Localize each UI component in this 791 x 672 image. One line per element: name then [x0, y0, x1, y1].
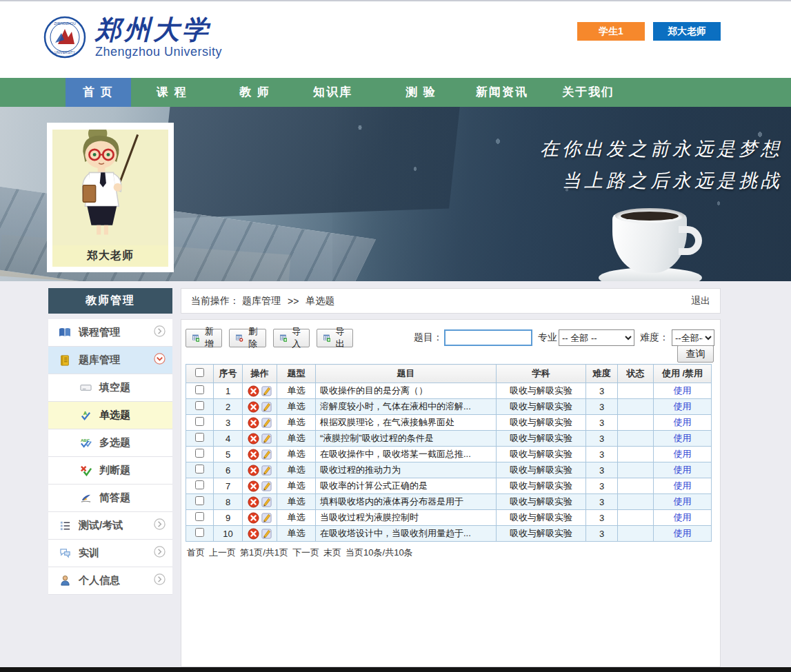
judge-icon	[79, 465, 92, 477]
slogan-line-2: 当上路之后永远是挑战	[540, 165, 783, 196]
cell-subject: 吸收与解吸实验	[497, 478, 586, 494]
nav-item-courses[interactable]: 课 程	[139, 78, 205, 107]
breadcrumb-prefix: 当前操作：	[191, 295, 239, 307]
col-header-status: 状态	[618, 365, 654, 383]
row-checkbox[interactable]	[195, 512, 204, 521]
difficulty-filter-select[interactable]: --全部--	[672, 329, 714, 346]
breadcrumb-separator: >>	[288, 296, 299, 307]
pager-last[interactable]: 末页	[323, 547, 341, 559]
row-checkbox[interactable]	[195, 528, 204, 537]
sidebar-item-fill-blank[interactable]: 填空题	[48, 374, 172, 402]
row-checkbox[interactable]	[195, 496, 204, 505]
sidebar-item-true-false[interactable]: 判断题	[48, 457, 172, 485]
edit-row-icon[interactable]	[261, 449, 272, 460]
delete-row-icon[interactable]	[248, 512, 259, 524]
main-nav: 首 页 课 程 教 师 知识库 测 验 新闻资讯 关于我们	[0, 78, 791, 107]
page: ZHENGZHOU UNIVERSITY 郑州大学 Zhengzhou Univ…	[0, 0, 791, 672]
row-checkbox[interactable]	[195, 401, 204, 410]
sidebar-item-practical-training[interactable]: 实训	[48, 540, 172, 567]
select-all-checkbox[interactable]	[195, 368, 204, 377]
edit-row-icon[interactable]	[261, 480, 272, 492]
nav-item-about[interactable]: 关于我们	[550, 78, 626, 107]
sidebar-item-label: 判断题	[99, 464, 166, 477]
export-button[interactable]: 导出	[317, 329, 353, 347]
multi-check-icon: ABC	[79, 437, 92, 449]
delete-button[interactable]: 删除	[229, 329, 266, 347]
cell-status	[618, 510, 654, 526]
import-button[interactable]: 导入	[273, 329, 310, 347]
row-checkbox[interactable]	[195, 385, 204, 394]
university-name-en: Zhengzhou University	[95, 45, 222, 59]
use-link[interactable]: 使用	[674, 465, 692, 475]
col-header-type: 题型	[277, 365, 316, 383]
delete-row-icon[interactable]	[248, 417, 259, 429]
query-button[interactable]: 查询	[677, 345, 714, 363]
edit-row-icon[interactable]	[261, 433, 272, 445]
sidebar-item-question-bank[interactable]: 题库管理	[48, 347, 172, 374]
university-name-cn: 郑州大学	[95, 16, 222, 43]
sidebar-item-course-management[interactable]: 课程管理	[48, 319, 172, 347]
add-button[interactable]: 新增	[186, 329, 222, 347]
delete-row-icon[interactable]	[248, 528, 259, 540]
pagination: 首页 上一页 第1页/共1页 下一页 末页 当页10条/共10条	[186, 547, 714, 559]
sidebar-item-short-answer[interactable]: 简答题	[48, 485, 172, 512]
edit-row-icon[interactable]	[261, 385, 272, 397]
delete-row-icon[interactable]	[248, 465, 259, 476]
use-link[interactable]: 使用	[674, 385, 692, 396]
nav-item-home[interactable]: 首 页	[66, 78, 131, 107]
nav-item-quiz[interactable]: 测 验	[388, 78, 454, 107]
use-link[interactable]: 使用	[674, 496, 692, 507]
title-filter-input[interactable]	[444, 329, 532, 346]
delete-row-icon[interactable]	[248, 401, 259, 413]
breadcrumb-page: 单选题	[306, 295, 334, 307]
edit-row-icon[interactable]	[261, 401, 272, 413]
exit-link[interactable]: 退出	[691, 295, 710, 307]
cell-subject: 吸收与解吸实验	[497, 526, 586, 542]
row-checkbox[interactable]	[195, 480, 204, 489]
breadcrumb-module[interactable]: 题库管理	[242, 295, 281, 307]
cell-difficulty: 3	[586, 494, 618, 510]
row-checkbox[interactable]	[195, 417, 204, 426]
edit-row-icon[interactable]	[261, 496, 272, 508]
cell-difficulty: 3	[586, 431, 618, 447]
edit-row-icon[interactable]	[261, 528, 272, 540]
delete-row-icon[interactable]	[248, 496, 259, 508]
nav-item-knowledge-base[interactable]: 知识库	[300, 78, 366, 107]
use-link[interactable]: 使用	[674, 401, 692, 411]
cell-type: 单选	[277, 383, 316, 399]
student-login-button[interactable]: 学生1	[577, 22, 645, 41]
delete-row-icon[interactable]	[248, 449, 259, 460]
pager-first[interactable]: 首页	[187, 547, 205, 559]
row-checkbox[interactable]	[195, 433, 204, 442]
pager-prev[interactable]: 上一页	[209, 547, 236, 559]
use-link[interactable]: 使用	[674, 417, 692, 427]
delete-row-icon[interactable]	[248, 480, 259, 492]
edit-row-icon[interactable]	[261, 417, 272, 429]
edit-row-icon[interactable]	[261, 465, 272, 476]
use-link[interactable]: 使用	[674, 480, 692, 491]
sidebar-item-tests-exams[interactable]: 测试/考试	[48, 512, 172, 540]
table-export-icon	[323, 333, 330, 343]
delete-row-icon[interactable]	[248, 385, 259, 397]
use-link[interactable]: 使用	[674, 512, 692, 522]
sidebar: 教师管理 课程管理 题库管理	[48, 288, 172, 595]
use-link[interactable]: 使用	[674, 449, 692, 459]
sidebar-item-multi-choice[interactable]: ABC 多选题	[48, 429, 172, 457]
sidebar-item-label: 个人信息	[79, 574, 154, 587]
use-link[interactable]: 使用	[674, 433, 692, 443]
edit-row-icon[interactable]	[261, 512, 272, 524]
teacher-user-button[interactable]: 郑大老师	[653, 22, 721, 41]
nav-item-news[interactable]: 新闻资讯	[464, 78, 540, 107]
delete-row-icon[interactable]	[248, 433, 259, 445]
pager-next[interactable]: 下一页	[292, 547, 319, 559]
cell-subject: 吸收与解吸实验	[497, 447, 586, 462]
row-checkbox[interactable]	[195, 449, 204, 458]
sidebar-item-personal-info[interactable]: 个人信息	[48, 567, 172, 595]
nav-item-teachers[interactable]: 教 师	[222, 78, 288, 107]
use-link[interactable]: 使用	[674, 528, 692, 538]
major-filter-select[interactable]: -- 全部 --	[559, 329, 634, 346]
delete-button-label: 删除	[247, 325, 259, 350]
table-row: 8 单选 填料吸收塔内的液体再分布器是用于 吸收与解吸实验 3 使用	[186, 494, 712, 510]
sidebar-item-single-choice[interactable]: A 单选题	[48, 402, 172, 429]
row-checkbox[interactable]	[195, 465, 204, 474]
